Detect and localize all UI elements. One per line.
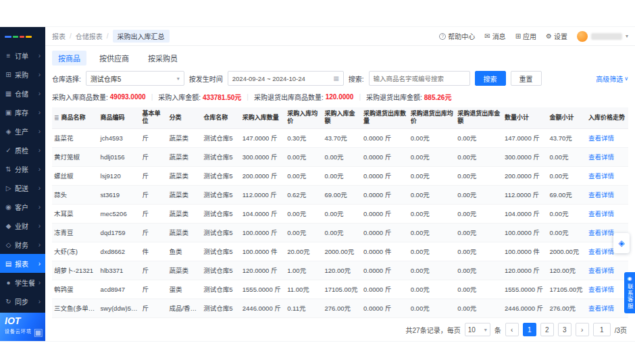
cell-warehouse-name: 测试仓库5 bbox=[201, 223, 240, 242]
cell-qty-subtotal: 100.0000 斤 bbox=[503, 223, 547, 242]
biz-finance-icon: ◆ bbox=[5, 222, 12, 230]
page-button-2[interactable]: 2 bbox=[540, 323, 554, 336]
chevron-right-icon: › bbox=[39, 147, 41, 154]
next-page-button[interactable]: › bbox=[576, 323, 589, 336]
breadcrumb-item[interactable]: 报表 bbox=[52, 31, 66, 41]
page-button-3[interactable]: 3 bbox=[558, 323, 572, 336]
sidebar-item-student-meal[interactable]: ●学生餐› bbox=[0, 273, 45, 292]
iot-banner[interactable]: IOT 设备云环境 ▣ bbox=[0, 313, 45, 341]
header-action-help-center[interactable]: ?帮助中心 bbox=[439, 31, 475, 41]
sidebar-item-finance[interactable]: ◇财务› bbox=[0, 235, 45, 254]
page-size-select[interactable]: 10 ▾ bbox=[465, 323, 490, 336]
cell-return-out-avg-price: 0.00元 bbox=[409, 128, 456, 147]
cell-purchase-in-avg-price: 0.00元 bbox=[285, 166, 322, 185]
user-menu[interactable]: ▾ bbox=[577, 31, 628, 42]
cell-qty-subtotal: 112.0000 斤 bbox=[503, 185, 547, 204]
contact-support-label: 联系客服 bbox=[627, 284, 633, 309]
chevron-down-icon: ∨ bbox=[624, 76, 628, 82]
page-jump-input[interactable] bbox=[593, 323, 611, 336]
cell-warehouse-name: 测试仓库5 bbox=[201, 242, 240, 261]
sidebar-item-label: 学生餐 bbox=[15, 278, 36, 288]
sidebar-item-customer[interactable]: ◉客户› bbox=[0, 197, 45, 216]
warehouse-select[interactable]: 测试仓库5 ▾ bbox=[86, 71, 184, 86]
view-details-link[interactable]: 查看详情 bbox=[588, 153, 614, 161]
page-button-1[interactable]: 1 bbox=[523, 323, 536, 336]
tab-by-buyer[interactable]: 按采购员 bbox=[142, 51, 184, 66]
table-row: 木耳菜mec5206斤蔬菜类测试仓库5104.0000 斤0.00元0.00元0… bbox=[52, 204, 628, 223]
col-header-purchase-in-qty: 采购入库数量 bbox=[240, 107, 285, 128]
sidebar-item-inventory[interactable]: ▣库存› bbox=[0, 103, 45, 122]
search-input[interactable] bbox=[374, 75, 465, 82]
tab-by-supplier[interactable]: 按供应商 bbox=[93, 51, 135, 66]
cell-amount-subtotal: 43.70元 bbox=[547, 128, 586, 147]
view-details-link[interactable]: 查看详情 bbox=[588, 229, 614, 236]
filter-bar: 仓库选择: 测试仓库5 ▾ 按发生时间 2024-09-24 ~ 2024-10… bbox=[45, 68, 635, 90]
view-details-link[interactable]: 查看详情 bbox=[588, 191, 614, 199]
cell-purchase-in-avg-price: 20.00元 bbox=[285, 242, 322, 261]
chevron-right-icon: › bbox=[39, 260, 41, 267]
column-settings-icon[interactable]: ≣ bbox=[54, 114, 59, 121]
cell-warehouse-name: 测试仓库5 bbox=[201, 166, 240, 185]
col-header-label: 商品名称 bbox=[61, 114, 86, 121]
cell-return-out-amount: 0.00元 bbox=[455, 298, 503, 317]
sidebar-item-sync[interactable]: ↻同步› bbox=[0, 292, 45, 311]
sidebar-item-report[interactable]: ▤报表› bbox=[0, 254, 45, 273]
cell-product-code: hlb3371 bbox=[99, 261, 141, 280]
col-header-label: 采购退货出库数量 bbox=[363, 110, 406, 124]
inventory-icon: ▣ bbox=[5, 109, 12, 116]
sidebar-item-qc[interactable]: ✓质检› bbox=[0, 140, 45, 159]
sidebar-item-label: 质检 bbox=[15, 145, 36, 155]
contact-support-button[interactable]: ◉ 联系客服 bbox=[624, 272, 635, 313]
header-action-apps[interactable]: ⊞应用 bbox=[515, 31, 536, 41]
prev-page-button[interactable]: ‹ bbox=[505, 323, 519, 336]
advanced-filter-toggle[interactable]: 高级筛选 ∨ bbox=[596, 74, 628, 84]
cell-inbound-price-trend: 查看详情 bbox=[586, 204, 628, 223]
tab-by-product[interactable]: 按商品 bbox=[52, 51, 86, 66]
header-action-messages[interactable]: ✉消息 bbox=[484, 31, 505, 41]
chevron-right-icon: › bbox=[39, 298, 41, 305]
report-table: ≣商品名称商品编码基本单位分类仓库名称采购入库数量采购入库均价采购入库金额采购退… bbox=[52, 107, 628, 318]
col-header-label: 数量小计 bbox=[505, 114, 529, 121]
warehouse-select-value: 测试仓库5 bbox=[91, 74, 122, 84]
col-header-product-name: ≣商品名称 bbox=[52, 107, 99, 128]
sidebar-item-warehouse[interactable]: ▦仓储› bbox=[0, 84, 45, 103]
cell-return-out-avg-price: 0.00元 bbox=[409, 223, 456, 242]
view-details-link[interactable]: 查看详情 bbox=[588, 305, 614, 312]
cell-category: 蔬菜类 bbox=[167, 166, 201, 185]
chevron-down-icon: ▾ bbox=[626, 33, 628, 39]
logo-bar-green bbox=[13, 36, 18, 38]
breadcrumb-separator: / bbox=[70, 32, 72, 40]
view-details-link[interactable]: 查看详情 bbox=[588, 286, 614, 293]
breadcrumb-item[interactable]: 仓储报表 bbox=[76, 31, 103, 41]
cell-purchase-in-avg-price: 1.00元 bbox=[285, 261, 322, 280]
date-range-picker[interactable]: 2024-09-24 ~ 2024-10-24 ▦ bbox=[228, 71, 344, 86]
calendar-icon: ▦ bbox=[333, 75, 339, 82]
chevron-right-icon: › bbox=[39, 109, 41, 116]
cell-base-unit: 斤 bbox=[141, 166, 168, 185]
sidebar-item-label: 采购 bbox=[15, 70, 36, 80]
view-details-link[interactable]: 查看详情 bbox=[588, 172, 614, 180]
sidebar-item-biz-finance[interactable]: ◆业财› bbox=[0, 216, 45, 235]
sidebar-item-production[interactable]: ◈生产› bbox=[0, 122, 45, 140]
col-header-base-unit: 基本单位 bbox=[141, 107, 168, 128]
assistant-float-button[interactable]: ◈ bbox=[613, 233, 630, 253]
view-details-link[interactable]: 查看详情 bbox=[588, 210, 614, 217]
table-row: 黄灯笼椒hdlj0156斤蔬菜类测试仓库5300.0000 斤0.00元0.00… bbox=[52, 147, 628, 166]
advanced-filter-label: 高级筛选 bbox=[596, 74, 623, 84]
sidebar-item-label: 客户 bbox=[15, 202, 36, 212]
cell-return-out-qty: 0.0000 斤 bbox=[361, 298, 409, 317]
cell-return-out-amount: 0.00元 bbox=[455, 185, 503, 204]
sidebar-item-delivery[interactable]: ▷配送› bbox=[0, 178, 45, 197]
view-details-link[interactable]: 查看详情 bbox=[588, 134, 614, 142]
date-range-value: 2024-09-24 ~ 2024-10-24 bbox=[232, 75, 305, 82]
header-action-settings[interactable]: ⚙设置 bbox=[546, 31, 567, 41]
view-details-link[interactable]: 查看详情 bbox=[588, 267, 614, 274]
search-button[interactable]: 搜索 bbox=[475, 71, 506, 86]
cell-purchase-in-amount: 276.00元 bbox=[322, 298, 361, 317]
reset-button[interactable]: 重置 bbox=[511, 71, 542, 86]
cell-amount-subtotal: 0.00元 bbox=[547, 147, 586, 166]
sidebar-item-purchase[interactable]: ⊞采购› bbox=[0, 65, 45, 84]
sidebar-item-order[interactable]: ≡订单› bbox=[0, 46, 45, 65]
sidebar-item-ledger[interactable]: ⇅分账› bbox=[0, 159, 45, 178]
view-details-link[interactable]: 查看详情 bbox=[588, 248, 614, 255]
